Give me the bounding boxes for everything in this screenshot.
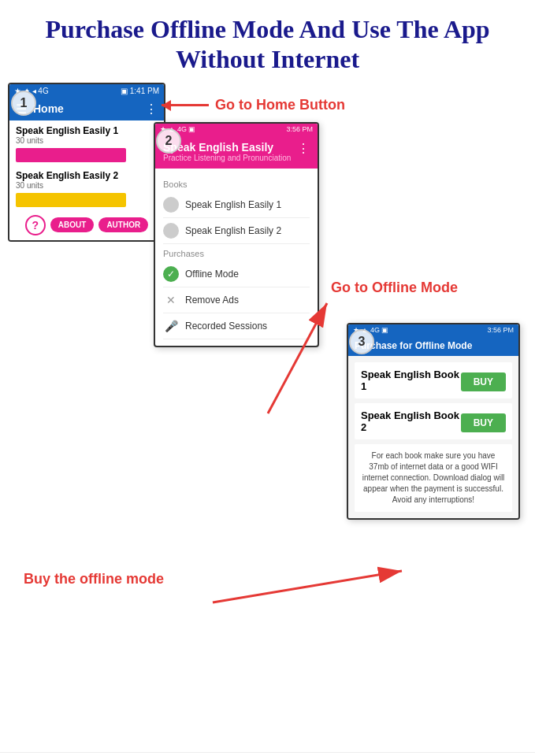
book2-icon [163,223,179,239]
x-icon: ✕ [163,292,179,308]
books-section-label: Books [163,180,310,189]
content-area: ★ ✦ ◂ 4G ▣ 1:41 PM ☰ Home ⋮ Speak Englis… [0,83,535,752]
about-author-row: ? ABOUT AUTHOR [16,215,158,235]
about-button[interactable]: ABOUT [50,217,95,232]
menu-offline-mode[interactable]: ✓ Offline Mode [163,261,310,287]
app-subtitle: Practice Listening and Pronunciation [163,154,291,162]
question-icon: ? [25,215,46,235]
home-label: Home [33,102,139,115]
buy-book2-button[interactable]: BUY [461,413,506,432]
step-badge-3: 3 [349,329,374,354]
phone2-time: 3:56 PM [286,125,313,133]
book2-title: Speak English Easily 2 [16,170,158,181]
step-badge-2: 2 [156,128,181,154]
menu-book-1[interactable]: Speak English Easily 1 [163,192,310,218]
phone-screen-3: ★ ▲ 4G ▣ 3:56 PM Purchase for Offline Mo… [347,323,520,520]
menu-remove-ads[interactable]: ✕ Remove Ads [163,287,310,313]
book1-progress-bar [16,148,126,162]
phone3-body: Speak English Book 1 BUY Speak English B… [348,356,518,518]
offline-note: For each book make sure you have 37mb of… [355,444,512,512]
offline-mode-label: Go to Offline Mode [331,280,458,296]
arrow1 [162,104,209,106]
purchase-book2-row: Speak English Book 2 BUY [361,410,506,433]
buy-book1-button[interactable]: BUY [461,372,506,391]
more-icon[interactable]: ⋮ [145,102,158,117]
menu-book2-text: Speak English Easily 2 [185,225,281,236]
check-icon: ✓ [163,266,179,282]
app-name: Speak English Easily [163,141,291,154]
book-item-1: Speak English Easily 1 30 units [16,125,158,162]
page-title: Purchase Offline Mode And Use The App Wi… [0,0,535,83]
purchase-book2-title: Speak English Book 2 [361,410,461,433]
recorded-sessions-text: Recorded Sessions [185,321,267,332]
phone1-body: Speak English Easily 1 30 units Speak En… [9,120,164,240]
menu-recorded-sessions[interactable]: 🎤 Recorded Sessions [163,313,310,339]
mic-icon: 🎤 [163,318,179,334]
author-button[interactable]: AUTHOR [98,217,148,232]
remove-ads-text: Remove Ads [185,295,239,306]
book2-progress-bar [16,193,126,207]
book-item-2: Speak English Easily 2 30 units [16,170,158,207]
purchases-section-label: Purchases [163,249,310,258]
arrow1-area: Go to Home Button [162,97,345,113]
phone2-header-text: Speak English Easily Practice Listening … [163,141,291,162]
phone-screen-2: ★ ▲ 4G ▣ 3:56 PM Speak English Easily Pr… [154,122,319,347]
footer: ▶ ANDROID APP ON Google play Speak Engli… [0,752,535,756]
menu-book1-text: Speak English Easily 1 [185,199,281,210]
purchase-book-1: Speak English Book 1 BUY [355,362,512,398]
book1-title: Speak English Easily 1 [16,125,158,136]
phone3-time: 3:56 PM [487,326,514,334]
phone3-statusbar: ★ ▲ 4G ▣ 3:56 PM [348,324,518,335]
buy-offline-label: Buy the offline mode [24,571,164,587]
offline-mode-text: Offline Mode [185,269,239,280]
phone2-body: Books Speak English Easily 1 Speak Engli… [155,169,318,346]
book1-units: 30 units [16,136,158,145]
purchase-book-2: Speak English Book 2 BUY [355,403,512,439]
book2-units: 30 units [16,181,158,190]
step-badge-1: 1 [11,91,36,116]
purchase-book1-row: Speak English Book 1 BUY [361,369,506,392]
phone1-time: ▣ 1:41 PM [121,87,159,95]
phone2-statusbar: ★ ▲ 4G ▣ 3:56 PM [155,124,318,135]
book1-icon [163,197,179,213]
menu-book-2[interactable]: Speak English Easily 2 [163,218,310,244]
home-button-label: Go to Home Button [215,97,345,113]
svg-line-2 [213,571,402,602]
purchase-book1-title: Speak English Book 1 [361,369,461,392]
phone2-more-icon[interactable]: ⋮ [297,141,310,156]
